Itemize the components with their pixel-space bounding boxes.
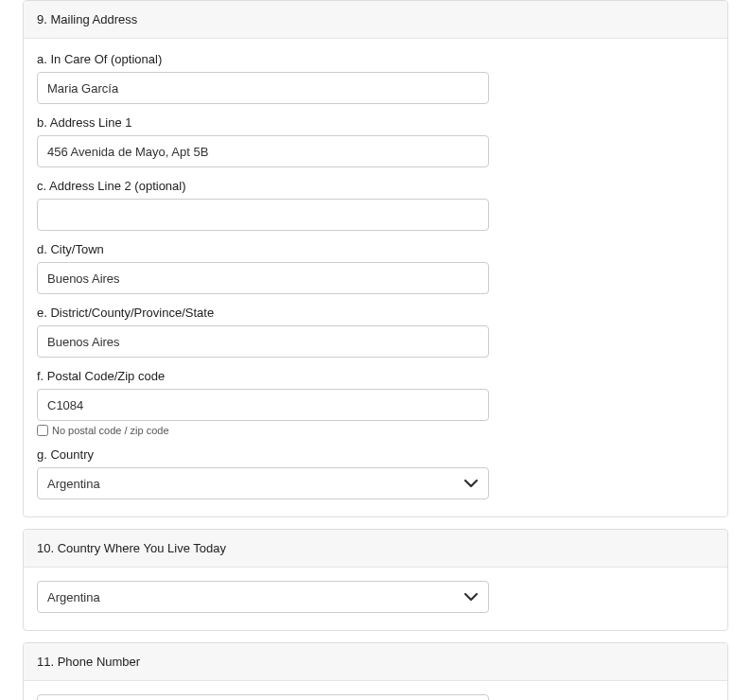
label-address-line-2: c. Address Line 2 (optional) — [37, 179, 714, 193]
input-address-line-2[interactable] — [37, 199, 489, 231]
input-phone-number[interactable] — [37, 694, 489, 700]
section-mailing-address-body: a. In Care Of (optional) b. Address Line… — [24, 39, 727, 516]
input-in-care-of[interactable] — [37, 72, 489, 104]
label-no-postal-code: No postal code / zip code — [52, 425, 169, 436]
section-mailing-address-header: 9. Mailing Address — [24, 1, 727, 39]
label-postal-code: f. Postal Code/Zip code — [37, 369, 714, 383]
field-country: g. Country Argentina — [37, 447, 714, 499]
label-address-line-1: b. Address Line 1 — [37, 115, 714, 130]
select-country-wrapper: Argentina — [37, 467, 489, 499]
input-city-town[interactable] — [37, 262, 489, 294]
checkbox-no-postal-code[interactable] — [37, 425, 48, 436]
field-postal-code: f. Postal Code/Zip code No postal code /… — [37, 369, 714, 436]
field-address-line-2: c. Address Line 2 (optional) — [37, 179, 714, 231]
label-city-town: d. City/Town — [37, 242, 714, 256]
field-city-town: d. City/Town — [37, 242, 714, 294]
section-phone-number-body: (optional) — [24, 681, 727, 700]
field-phone-number: (optional) — [37, 694, 714, 700]
field-country-today: Argentina — [37, 581, 714, 613]
select-country[interactable]: Argentina — [37, 467, 489, 499]
no-postal-code-row: No postal code / zip code — [37, 425, 714, 436]
label-in-care-of: a. In Care Of (optional) — [37, 52, 714, 66]
section-country-today: 10. Country Where You Live Today Argenti… — [23, 529, 728, 631]
input-district[interactable] — [37, 325, 489, 358]
section-mailing-address: 9. Mailing Address a. In Care Of (option… — [23, 0, 728, 517]
input-address-line-1[interactable] — [37, 135, 489, 167]
label-country: g. Country — [37, 447, 714, 462]
select-country-today-wrapper: Argentina — [37, 581, 489, 613]
input-postal-code[interactable] — [37, 389, 489, 421]
label-district: e. District/County/Province/State — [37, 306, 714, 320]
section-phone-number: 11. Phone Number (optional) — [23, 642, 728, 700]
field-in-care-of: a. In Care Of (optional) — [37, 52, 714, 104]
field-address-line-1: b. Address Line 1 — [37, 115, 714, 167]
section-phone-number-header: 11. Phone Number — [24, 643, 727, 681]
section-country-today-header: 10. Country Where You Live Today — [24, 530, 727, 568]
field-district: e. District/County/Province/State — [37, 306, 714, 358]
section-country-today-body: Argentina — [24, 568, 727, 630]
select-country-today[interactable]: Argentina — [37, 581, 489, 613]
